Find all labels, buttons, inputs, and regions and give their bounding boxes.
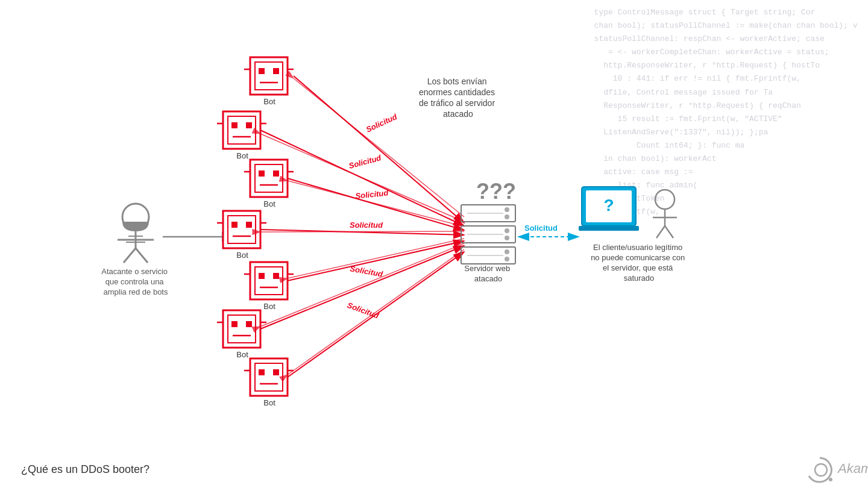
page-title: ¿Qué es un DDoS booter? bbox=[21, 463, 149, 475]
svg-point-58 bbox=[815, 464, 827, 476]
bot-2 bbox=[217, 111, 266, 149]
svg-line-6 bbox=[136, 248, 148, 263]
svg-point-1 bbox=[127, 217, 133, 222]
attacker-label: Atacante o servicio que controla una amp… bbox=[101, 267, 169, 296]
svg-point-39 bbox=[505, 214, 509, 219]
bot-5-label: Bot bbox=[263, 302, 275, 311]
bot-4-label: Bot bbox=[236, 251, 248, 260]
svg-line-32 bbox=[260, 246, 464, 329]
client-user bbox=[653, 190, 677, 238]
solicitud-label-1: Solicitud bbox=[365, 111, 399, 134]
client-label: El cliente/usuario legítimo no puede com… bbox=[591, 243, 687, 283]
svg-text:?: ? bbox=[603, 196, 614, 214]
svg-line-56 bbox=[656, 226, 665, 238]
solicitud-label-2: Solicitud bbox=[348, 153, 383, 170]
bot-2-label: Bot bbox=[236, 151, 248, 160]
bot-6-label: Bot bbox=[236, 350, 248, 359]
akamai-label: Akamai bbox=[837, 461, 868, 476]
bot-7 bbox=[244, 358, 294, 396]
bot-3-label: Bot bbox=[263, 199, 275, 208]
bot-1 bbox=[244, 57, 294, 95]
svg-rect-15 bbox=[0, 0, 37, 37]
svg-point-53 bbox=[655, 190, 675, 209]
bot-4 bbox=[217, 211, 266, 248]
svg-line-27 bbox=[288, 181, 464, 227]
svg-line-57 bbox=[665, 226, 673, 238]
svg-point-42 bbox=[505, 228, 509, 233]
akamai-logo bbox=[809, 458, 832, 482]
svg-line-5 bbox=[124, 248, 136, 263]
bot-7-label: Bot bbox=[263, 398, 275, 407]
server-label: Servidor web atacado bbox=[464, 264, 512, 283]
svg-point-2 bbox=[138, 217, 144, 222]
server-icon bbox=[461, 205, 515, 264]
solicitud-blue-label: Solicitud bbox=[524, 224, 558, 233]
question-marks: ??? bbox=[476, 179, 516, 204]
client-laptop: ? bbox=[579, 187, 639, 231]
solicitud-label-6: Solicitud bbox=[346, 301, 381, 321]
attacker-figure bbox=[118, 204, 154, 263]
svg-line-29 bbox=[260, 231, 464, 232]
bot-3 bbox=[244, 160, 294, 197]
bot-6 bbox=[217, 310, 266, 348]
svg-point-43 bbox=[505, 236, 509, 240]
svg-rect-52 bbox=[579, 226, 639, 231]
bots-description: Los bots envían enormes cantidades de tr… bbox=[419, 77, 497, 119]
bot-5 bbox=[244, 262, 294, 299]
svg-rect-18 bbox=[23, 11, 29, 17]
svg-rect-16 bbox=[5, 5, 33, 33]
diagram-svg: Atacante o servicio que controla una amp… bbox=[0, 0, 868, 488]
bot-1-label: Bot bbox=[263, 97, 275, 106]
solicitud-label-4: Solicitud bbox=[350, 221, 383, 230]
svg-line-25 bbox=[260, 134, 464, 222]
svg-rect-17 bbox=[8, 11, 14, 17]
svg-point-38 bbox=[505, 207, 509, 212]
svg-point-59 bbox=[829, 478, 832, 481]
solicitud-label-5: Solicitud bbox=[349, 264, 384, 278]
svg-point-46 bbox=[505, 249, 509, 254]
svg-point-47 bbox=[505, 257, 509, 261]
solicitud-label-3: Solicitud bbox=[355, 188, 389, 201]
